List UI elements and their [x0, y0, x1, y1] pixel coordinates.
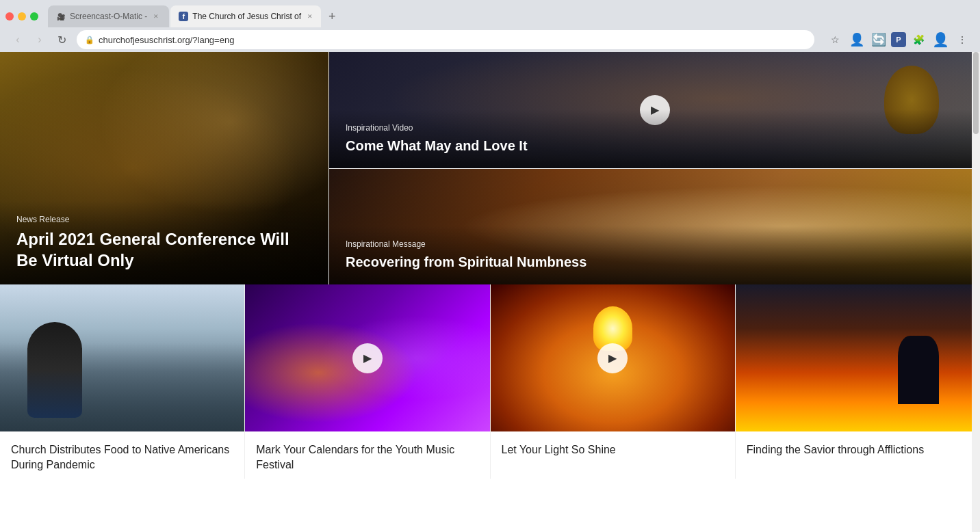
- inspire-video-overlay: Inspirational Video Come What May and Lo…: [329, 109, 980, 168]
- tab-bar: 🎥 Screencast-O-Matic - ✕ f The Church of…: [0, 0, 980, 27]
- screencast-favicon: 🎥: [56, 12, 66, 21]
- spiritual-label: Inspirational Message: [346, 239, 964, 249]
- back-button[interactable]: ‹: [8, 30, 27, 49]
- more-button[interactable]: ⋮: [953, 30, 972, 49]
- featured-card-conference[interactable]: News Release April 2021 General Conferen…: [0, 52, 328, 284]
- conference-title: April 2021 General Conference Will Be Vi…: [16, 228, 312, 271]
- browser-actions: ☆ 👤 🔄 P 🧩 👤 ⋮: [825, 30, 972, 49]
- url-text: churchofjesuschrist.org/?lang=eng: [99, 35, 234, 45]
- traffic-lights: [5, 12, 38, 21]
- food-image: [0, 284, 244, 431]
- conference-overlay: News Release April 2021 General Conferen…: [0, 201, 328, 284]
- nav-buttons: ‹ › ↻: [8, 30, 71, 49]
- card-come-what-may[interactable]: ▶ Inspirational Video Come What May and …: [329, 52, 980, 168]
- card-food[interactable]: Church Distributes Food to Native Americ…: [0, 284, 244, 479]
- sunset-image-container: [736, 284, 980, 431]
- music-image-container: ▶: [245, 284, 489, 431]
- address-bar: ‹ › ↻ 🔒 churchofjesuschrist.org/?lang=en…: [0, 27, 980, 52]
- card-music[interactable]: ▶ Mark Your Calendars for the Youth Musi…: [244, 284, 489, 479]
- spiritual-overlay: Inspirational Message Recovering from Sp…: [329, 226, 980, 284]
- top-section: News Release April 2021 General Conferen…: [0, 52, 980, 284]
- sunset-image: [736, 284, 980, 431]
- bottom-section: Church Distributes Food to Native Americ…: [0, 284, 980, 479]
- candle-image-container: ▶: [491, 284, 735, 431]
- bookmark-button[interactable]: ☆: [825, 30, 844, 49]
- card-sunset[interactable]: Finding the Savior through Afflictions: [735, 284, 980, 479]
- sync-icon[interactable]: 🔄: [869, 30, 888, 49]
- tab-screencast[interactable]: 🎥 Screencast-O-Matic - ✕: [48, 5, 169, 27]
- close-window-button[interactable]: [5, 12, 14, 21]
- inspire-video-label: Inspirational Video: [346, 123, 964, 133]
- forward-button[interactable]: ›: [30, 30, 49, 49]
- food-title: Church Distributes Food to Native Americ…: [0, 431, 244, 479]
- maximize-window-button[interactable]: [30, 12, 38, 21]
- tab-screencast-label: Screencast-O-Matic -: [70, 12, 147, 21]
- inspire-video-title: Come What May and Love It: [346, 137, 964, 155]
- avatar-button[interactable]: 👤: [931, 30, 950, 49]
- refresh-button[interactable]: ↻: [52, 30, 71, 49]
- card-candle[interactable]: ▶ Let Your Light So Shine: [490, 284, 735, 479]
- scrollbar[interactable]: [972, 52, 980, 479]
- spiritual-title: Recovering from Spiritual Numbness: [346, 253, 964, 271]
- right-column: ▶ Inspirational Video Come What May and …: [328, 52, 980, 284]
- church-favicon: f: [179, 12, 188, 21]
- profile-button[interactable]: 👤: [847, 30, 866, 49]
- extensions-button[interactable]: 🧩: [909, 30, 928, 49]
- candle-title: Let Your Light So Shine: [491, 431, 735, 463]
- new-tab-button[interactable]: +: [322, 7, 341, 26]
- music-title: Mark Your Calendars for the Youth Music …: [245, 431, 489, 479]
- conference-label: News Release: [16, 215, 312, 224]
- page-content: News Release April 2021 General Conferen…: [0, 52, 980, 479]
- card-spiritual-numbness[interactable]: Inspirational Message Recovering from Sp…: [329, 168, 980, 285]
- scrollbar-thumb[interactable]: [973, 52, 979, 134]
- extension-P-button[interactable]: P: [891, 32, 906, 47]
- lock-icon: 🔒: [85, 36, 94, 44]
- food-image-container: [0, 284, 244, 431]
- sunset-title: Finding the Savior through Afflictions: [736, 431, 980, 463]
- play-button-music[interactable]: ▶: [352, 343, 383, 373]
- browser-chrome: 🎥 Screencast-O-Matic - ✕ f The Church of…: [0, 0, 980, 52]
- minimize-window-button[interactable]: [18, 12, 26, 21]
- tab-church-close[interactable]: ✕: [305, 12, 315, 21]
- play-button-candle[interactable]: ▶: [597, 343, 628, 373]
- tab-screencast-close[interactable]: ✕: [151, 12, 161, 21]
- url-bar[interactable]: 🔒 churchofjesuschrist.org/?lang=eng: [77, 30, 814, 49]
- tab-church-label: The Church of Jesus Christ of: [192, 12, 301, 21]
- tab-church[interactable]: f The Church of Jesus Christ of ✕: [170, 5, 321, 27]
